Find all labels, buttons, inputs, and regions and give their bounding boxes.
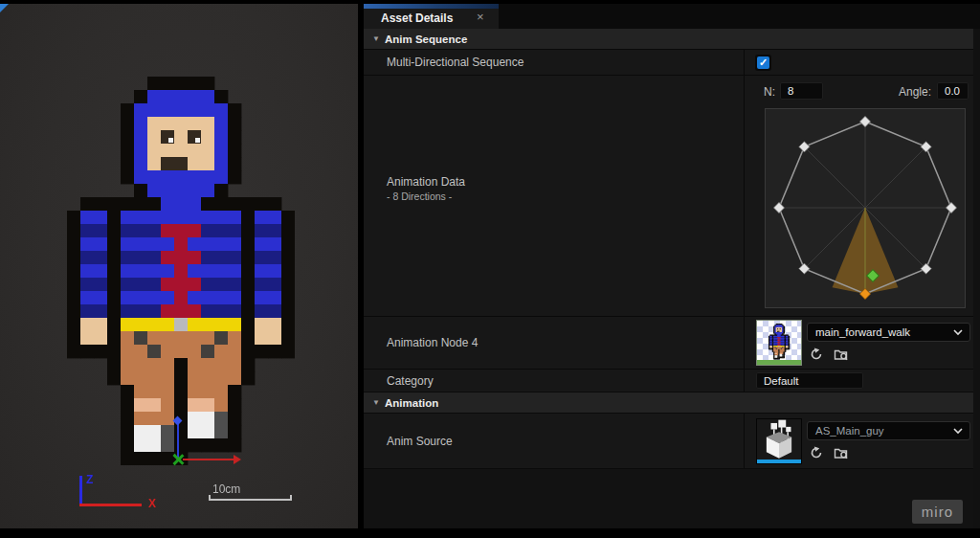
chevron-down-icon [953, 328, 963, 336]
direction-wheel[interactable] [765, 108, 966, 308]
panel-empty-area: miro [364, 469, 980, 528]
n-input[interactable]: 8 [780, 82, 823, 100]
tab-title: Asset Details [381, 11, 453, 25]
anim-source-label: Anim Source [364, 414, 745, 468]
angle-label: Angle: [899, 85, 931, 99]
browse-to-asset-icon[interactable] [834, 445, 849, 460]
animation-data-label: Animation Data [387, 175, 465, 190]
active-tab-accent [364, 4, 499, 9]
category-input[interactable]: Default [756, 372, 863, 389]
row-anim-source: Anim Source AS_Main_guy [364, 414, 980, 469]
axis-indicator-x-line [79, 504, 142, 506]
anim-source-dropdown[interactable]: AS_Main_guy [807, 421, 970, 440]
asset-details-panel: Asset Details × ▼ Anim Sequence Multi-Di… [364, 4, 980, 528]
browse-to-asset-icon[interactable] [834, 347, 849, 362]
row-category: Category Default [364, 370, 980, 392]
gizmo-x-arrow-icon [234, 455, 241, 464]
axis-z-label: Z [86, 473, 93, 486]
gizmo-origin-icon[interactable] [172, 454, 184, 465]
axis-indicator-z-line [79, 476, 82, 506]
gizmo-x-axis[interactable] [183, 459, 234, 460]
3d-viewport[interactable]: Z X 10cm [0, 4, 358, 528]
miro-watermark[interactable]: miro [912, 500, 963, 524]
checkmark-icon: ✓ [757, 56, 769, 69]
section-animation[interactable]: ▼ Animation [364, 392, 980, 414]
use-selected-asset-icon[interactable] [809, 445, 824, 460]
multi-directional-checkbox[interactable]: ✓ [755, 55, 771, 71]
angle-input[interactable]: 0.0 [937, 82, 969, 100]
tab-close-icon[interactable]: × [477, 10, 484, 24]
scale-label: 10cm [212, 482, 240, 496]
animation-node-dropdown[interactable]: main_forward_walk [807, 323, 970, 342]
n-label: N: [764, 85, 775, 99]
axis-x-label: X [148, 497, 156, 510]
anim-source-thumbnail[interactable] [756, 418, 802, 464]
asset-type-color-bar [757, 460, 801, 463]
collapse-arrow-icon[interactable]: ▼ [372, 34, 385, 43]
chevron-down-icon [953, 427, 963, 435]
row-animation-node: Animation Node 4 main_forward_walk [364, 317, 980, 370]
animation-node-label: Animation Node 4 [364, 317, 745, 369]
animation-node-thumbnail[interactable] [756, 320, 802, 366]
section-anim-sequence[interactable]: ▼ Anim Sequence [364, 29, 980, 50]
row-animation-data: Animation Data - 8 Directions - N: 8 Ang… [364, 76, 980, 317]
collapse-arrow-icon[interactable]: ▼ [372, 398, 385, 407]
scale-bracket [209, 495, 292, 501]
thumbnail-sprite-image [757, 321, 801, 365]
scrollbar-track[interactable] [973, 29, 980, 528]
tab-asset-details[interactable]: Asset Details × [364, 4, 499, 29]
category-label: Category [364, 370, 745, 392]
character-sprite [67, 77, 295, 465]
viewport-corner-marker [0, 4, 9, 12]
multi-directional-label: Multi-Directional Sequence [364, 50, 745, 75]
row-multi-directional: Multi-Directional Sequence ✓ [364, 50, 980, 76]
anim-source-asset-icon [757, 419, 801, 460]
tab-bar: Asset Details × [364, 4, 980, 29]
use-selected-asset-icon[interactable] [809, 347, 824, 362]
animation-data-sublabel: - 8 Directions - [387, 190, 465, 204]
